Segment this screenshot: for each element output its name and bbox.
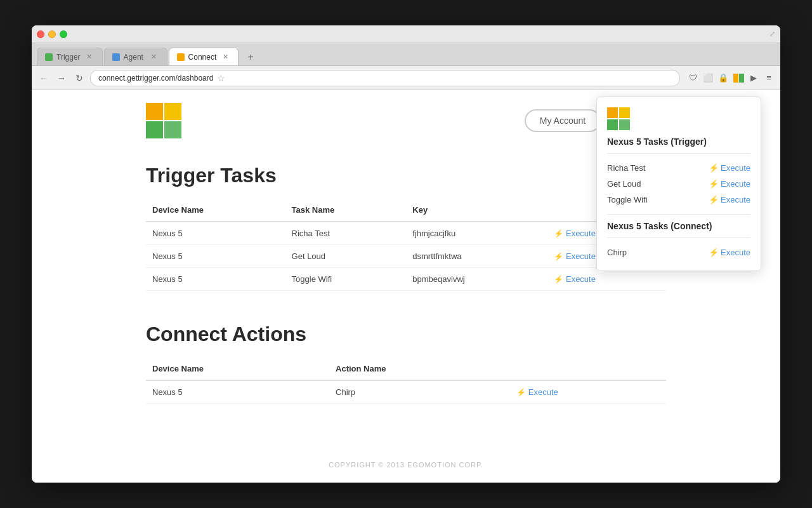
popup-trigger-title: Nexus 5 Tasks (Trigger)	[607, 137, 750, 147]
trigger-key-cell: bpmbeqavivwj	[406, 268, 547, 291]
connect-execute-cell: ⚡ Execute	[510, 380, 666, 404]
monitor-icon: ⬜	[702, 72, 714, 84]
color-swatch-icon	[732, 72, 745, 84]
tab-agent-close[interactable]: ✕	[149, 52, 159, 62]
resize-icon: ⤢	[769, 30, 775, 38]
popup-item-name: Richa Test	[607, 163, 645, 173]
logo-cell-green-dark	[146, 121, 163, 138]
execute-link[interactable]: ⚡ Execute	[554, 274, 660, 284]
popup-bolt-icon: ⚡	[709, 163, 719, 173]
tab-agent-label: Agent	[124, 53, 143, 62]
trigger-tab-icon	[45, 53, 53, 61]
popup-execute-link[interactable]: ⚡ Execute	[709, 195, 750, 204]
logo	[146, 103, 181, 138]
popup-connect-items: Chirp ⚡ Execute	[607, 244, 750, 260]
bolt-icon: ⚡	[554, 252, 563, 261]
connect-tab-icon	[177, 53, 185, 61]
tab-bar: Trigger ✕ Agent ✕ Connect ✕ +	[32, 43, 780, 66]
popup-logo-cell-orange	[607, 107, 618, 118]
back-button[interactable]: ←	[37, 71, 51, 85]
title-bar: ⤢	[32, 25, 780, 43]
tab-agent[interactable]: Agent ✕	[104, 48, 167, 65]
connect-col-device: Device Name	[146, 359, 329, 380]
bookmark-icon[interactable]: ☆	[217, 73, 225, 83]
new-tab-button[interactable]: +	[242, 49, 259, 65]
copyright-text: COPYRIGHT © 2013 EGOMOTION CORP.	[329, 461, 483, 469]
refresh-button[interactable]: ↻	[72, 71, 86, 85]
trigger-key-cell: fjhmjcacjfku	[406, 222, 547, 245]
shield2-icon: 🔒	[717, 72, 730, 84]
popup-trigger-item: Get Loud ⚡ Execute	[607, 176, 750, 192]
popup-logo-cell-green-light	[619, 119, 630, 130]
popup-connect-item-name: Chirp	[607, 248, 627, 257]
popup-trigger-item: Toggle Wifi ⚡ Execute	[607, 192, 750, 208]
bolt-icon: ⚡	[516, 388, 526, 397]
popup-trigger-items: Richa Test ⚡ Execute Get Loud ⚡ Execute …	[607, 160, 750, 208]
trigger-key-cell: dsmrttfmktwa	[406, 245, 547, 268]
connect-device-cell: Nexus 5	[146, 380, 329, 404]
trigger-tasks-table: Device Name Task Name Key Nexus 5 Richa …	[146, 200, 666, 291]
popup-trigger-item: Richa Test ⚡ Execute	[607, 160, 750, 176]
fullscreen-button[interactable]	[60, 30, 67, 38]
popup-connect-execute-link[interactable]: ⚡ Execute	[709, 248, 750, 257]
tab-trigger-close[interactable]: ✕	[84, 52, 95, 62]
trigger-task-cell: Richa Test	[285, 222, 407, 245]
trigger-device-cell: Nexus 5	[146, 245, 285, 268]
agent-tab-icon	[112, 53, 120, 61]
popup-logo-cell-yellow	[619, 107, 630, 118]
forward-button[interactable]: →	[55, 71, 69, 85]
table-row: Nexus 5 Toggle Wifi bpmbeqavivwj ⚡ Execu…	[146, 268, 666, 291]
address-bar: ← → ↻ connect.gettrigger.com/dashboard ☆…	[32, 66, 780, 90]
bolt-icon: ⚡	[554, 229, 563, 238]
connect-action-cell: Chirp	[329, 380, 510, 404]
menu-icon[interactable]: ≡	[763, 72, 775, 84]
url-text: connect.gettrigger.com/dashboard	[98, 74, 213, 83]
trigger-tasks-title: Trigger Tasks	[146, 164, 666, 187]
minimize-button[interactable]	[48, 30, 56, 38]
browser-controls: 🛡 ⬜ 🔒 ▶ ≡	[686, 72, 775, 84]
tab-connect[interactable]: Connect ✕	[169, 48, 239, 65]
logo-cell-yellow	[164, 103, 181, 120]
trigger-task-cell: Toggle Wifi	[285, 268, 407, 291]
trigger-col-key: Key	[406, 200, 547, 222]
tab-connect-close[interactable]: ✕	[220, 52, 230, 62]
table-row: Nexus 5 Get Loud dsmrttfmktwa ⚡ Execute	[146, 245, 666, 268]
popup-item-name: Get Loud	[607, 179, 641, 189]
trigger-device-cell: Nexus 5	[146, 222, 285, 245]
bolt-icon: ⚡	[554, 275, 563, 284]
url-bar[interactable]: connect.gettrigger.com/dashboard ☆	[90, 70, 680, 86]
trigger-col-device: Device Name	[146, 200, 285, 222]
popup-logo	[607, 107, 630, 130]
tab-connect-label: Connect	[188, 53, 217, 62]
browser-window: ⤢ Trigger ✕ Agent ✕ Connect ✕ + ← → ↻ co…	[32, 25, 780, 483]
popup-divider-3	[607, 237, 750, 238]
shield-icon: 🛡	[686, 72, 699, 84]
connect-actions-title: Connect Actions	[146, 323, 666, 346]
page-header: My Account Logout	[146, 103, 666, 138]
connect-col-action: Action Name	[329, 359, 510, 380]
popup-item-name: Toggle Wifi	[607, 195, 648, 204]
connect-col-execute	[510, 359, 666, 380]
popup-connect-bolt-icon: ⚡	[709, 248, 719, 257]
extension-icon: ▶	[747, 72, 760, 84]
popup-logo-cell-green-dark	[607, 119, 618, 130]
tab-trigger[interactable]: Trigger ✕	[37, 48, 103, 65]
dropdown-popup: Nexus 5 Tasks (Trigger) Richa Test ⚡ Exe…	[596, 97, 761, 271]
connect-actions-table: Device Name Action Name Nexus 5 Chirp ⚡ …	[146, 359, 666, 404]
trigger-task-cell: Get Loud	[285, 245, 407, 268]
trigger-device-cell: Nexus 5	[146, 268, 285, 291]
execute-link[interactable]: ⚡ Execute	[516, 387, 660, 397]
popup-execute-link[interactable]: ⚡ Execute	[709, 163, 750, 173]
tab-trigger-label: Trigger	[56, 53, 81, 62]
close-button[interactable]	[37, 30, 44, 38]
my-account-button[interactable]: My Account	[525, 109, 601, 132]
popup-execute-link[interactable]: ⚡ Execute	[709, 179, 750, 189]
popup-divider-1	[607, 153, 750, 154]
page-content: My Account Logout Trigger Tasks Device N…	[32, 90, 780, 483]
table-row: Nexus 5 Richa Test fjhmjcacjfku ⚡ Execut…	[146, 222, 666, 245]
logo-cell-green-light	[164, 121, 181, 138]
popup-bolt-icon: ⚡	[709, 179, 719, 189]
table-row: Nexus 5 Chirp ⚡ Execute	[146, 380, 666, 404]
popup-bolt-icon: ⚡	[709, 195, 719, 204]
page-footer: COPYRIGHT © 2013 EGOMOTION CORP.	[146, 436, 666, 469]
